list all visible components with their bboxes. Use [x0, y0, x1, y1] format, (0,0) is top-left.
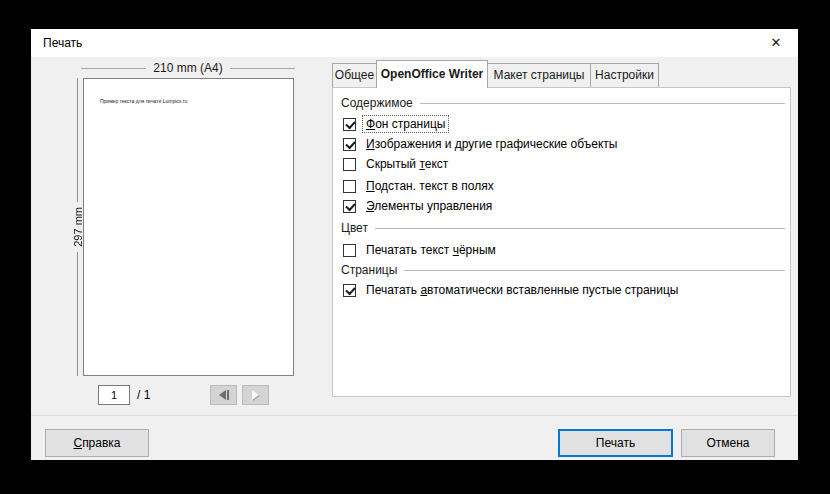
label-post: втоматически вставленные пустые страницы: [427, 283, 678, 297]
tab-openoffice-writer[interactable]: OpenOffice Writer: [376, 60, 488, 88]
screenshot-backdrop: { "window": { "title": "Печать" }, "icon…: [0, 0, 830, 494]
previous-page-button[interactable]: [210, 385, 237, 405]
checkbox-icon[interactable]: [343, 200, 356, 213]
group-pages-title: Страницы: [341, 263, 397, 277]
label-post: правка: [82, 436, 120, 450]
titlebar[interactable]: Печать ✕: [31, 29, 798, 57]
group-color: Цвет: [341, 221, 785, 235]
label-mnemonic: Э: [366, 199, 374, 213]
checkbox-print-blank-pages[interactable]: Печатать автоматически вставленные пусты…: [343, 280, 681, 300]
group-pages: Страницы: [341, 263, 785, 277]
group-content-title: Содержимое: [341, 96, 413, 110]
next-page-button[interactable]: [242, 385, 269, 405]
checkbox-label[interactable]: Изображения и другие графические объекты: [363, 136, 620, 152]
previous-page-icon-bar: [227, 390, 229, 400]
height-ruler-line-bottom: [77, 252, 78, 376]
checkbox-text-placeholder[interactable]: Подстан. текст в полях: [343, 176, 497, 196]
label-post: он страницы: [375, 117, 445, 131]
group-color-title: Цвет: [341, 221, 368, 235]
group-content: Содержимое: [341, 96, 785, 110]
checkbox-icon[interactable]: [343, 180, 356, 193]
checkbox-page-background[interactable]: Фон страницы: [343, 114, 448, 134]
checkbox-icon[interactable]: [343, 244, 356, 257]
label-pre: Печатать: [366, 283, 420, 297]
checkbox-hidden-text[interactable]: Скрытый текст: [343, 154, 451, 174]
close-icon[interactable]: ✕: [758, 29, 794, 57]
label-post: одстан. текст в полях: [375, 179, 494, 193]
checkbox-icon[interactable]: [343, 284, 356, 297]
checkbox-label[interactable]: Скрытый текст: [363, 156, 451, 172]
group-color-line: [375, 228, 785, 229]
checkbox-icon[interactable]: [343, 158, 356, 171]
label-mnemonic: С: [73, 436, 82, 450]
help-button[interactable]: Справка: [45, 429, 149, 457]
page-width-text: 210 mm (A4): [146, 61, 229, 75]
group-content-line: [420, 103, 785, 104]
checkbox-icon[interactable]: [343, 138, 356, 151]
previous-page-icon: [219, 390, 226, 400]
cancel-button[interactable]: Отмена: [681, 429, 775, 457]
label-mnemonic: Ф: [366, 117, 375, 131]
page-preview-text: Пример текста для печати Lumpics.ru: [100, 98, 187, 104]
label-mnemonic: П: [366, 179, 375, 193]
print-button[interactable]: Печать: [558, 429, 673, 457]
page-number-input[interactable]: [98, 385, 130, 405]
page-width-label: 210 mm (A4): [81, 61, 295, 75]
checkbox-label[interactable]: Фон страницы: [363, 116, 448, 132]
height-ruler-line-top: [77, 78, 78, 202]
dialog-title: Печать: [43, 29, 82, 57]
footer-separator: [31, 415, 798, 416]
checkbox-label[interactable]: Подстан. текст в полях: [363, 178, 497, 194]
next-page-icon: [252, 390, 259, 400]
tab-options[interactable]: Настройки: [590, 63, 659, 87]
page-preview: Пример текста для печати Lumpics.ru: [83, 78, 294, 376]
page-height-text: 297 mm: [72, 202, 84, 252]
width-ruler-line-left: [81, 68, 146, 69]
label-pre: Скрытый: [366, 157, 419, 171]
checkbox-icon[interactable]: [343, 118, 356, 131]
label-post: лементы управления: [374, 199, 492, 213]
checkbox-form-controls[interactable]: Элементы управления: [343, 196, 495, 216]
width-ruler-line-right: [230, 68, 295, 69]
checkbox-print-black[interactable]: Печатать текст чёрным: [343, 240, 499, 260]
checkbox-label[interactable]: Элементы управления: [363, 198, 495, 214]
checkbox-label[interactable]: Печатать текст чёрным: [363, 242, 499, 258]
tab-page-layout[interactable]: Макет страницы: [487, 63, 591, 87]
label-mnemonic: И: [366, 137, 375, 151]
label-post: екст: [425, 157, 449, 171]
checkbox-images-objects[interactable]: Изображения и другие графические объекты: [343, 134, 620, 154]
label-post: ёрным: [459, 243, 496, 257]
label-pre: Печатать текст: [366, 243, 453, 257]
group-pages-line: [404, 270, 785, 271]
tab-general[interactable]: Общее: [332, 63, 377, 87]
page-total-label: / 1: [137, 385, 150, 405]
print-dialog: Печать ✕ 210 mm (A4) 297 mm Пример текст…: [31, 29, 798, 460]
checkbox-label[interactable]: Печатать автоматически вставленные пусты…: [363, 282, 681, 298]
label-post: зображения и другие графические объекты: [375, 137, 618, 151]
